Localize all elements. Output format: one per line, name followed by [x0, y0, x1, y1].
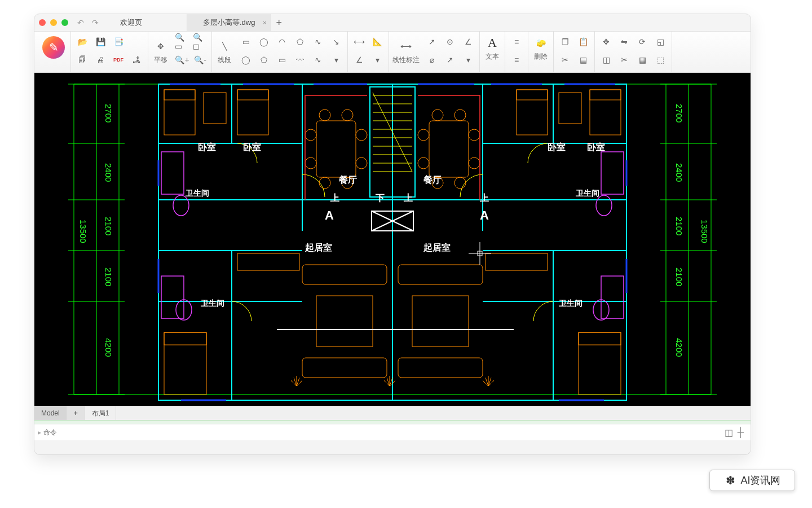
- radius-dim-button[interactable]: ⊙: [442, 34, 458, 50]
- copy-button[interactable]: ❐: [557, 34, 573, 50]
- move-button[interactable]: ✥: [598, 34, 614, 50]
- tab-add[interactable]: +: [271, 14, 294, 31]
- dimension-text: 2100: [674, 217, 684, 235]
- trim-button[interactable]: ✂: [616, 52, 632, 68]
- mirror-button[interactable]: ⇋: [616, 34, 632, 50]
- modify-group: ✥ ⇋ ⟳ ◱ ◫ ✂ ▦ ⬚: [595, 32, 672, 72]
- status-bar: Model + 布局1: [34, 406, 751, 420]
- room-label-living: 起居室: [305, 242, 332, 254]
- pline-button[interactable]: 〰: [292, 52, 308, 68]
- redo-button[interactable]: ↷: [90, 17, 101, 28]
- svg-rect-90: [398, 265, 483, 284]
- polygon2-button[interactable]: ⬠: [256, 52, 272, 68]
- svg-rect-68: [559, 93, 581, 124]
- room-label-dining: 餐厅: [423, 174, 442, 186]
- more-draw-button[interactable]: ▾: [328, 52, 344, 68]
- tab-label: 欢迎页: [120, 17, 142, 28]
- command-input[interactable]: [41, 428, 725, 437]
- arc-button[interactable]: ◠: [274, 34, 290, 50]
- tab-file[interactable]: 多层小高等.dwg×: [187, 14, 271, 31]
- dim-more-button[interactable]: ▾: [460, 52, 476, 68]
- line-label: 线段: [218, 55, 231, 65]
- text-button[interactable]: A: [483, 34, 501, 52]
- pan-button[interactable]: ✥: [152, 37, 170, 55]
- mtext2-button[interactable]: ≡: [509, 52, 524, 68]
- diameter-dim-button[interactable]: ⌀: [424, 52, 440, 68]
- svg-point-79: [432, 110, 443, 121]
- paint-button[interactable]: ▤: [575, 52, 591, 68]
- open-button[interactable]: 📂: [74, 34, 90, 50]
- minimize-window-icon[interactable]: [50, 19, 57, 26]
- room-label-bedroom: 卧室: [548, 142, 566, 154]
- room-label-bathroom: 卫生间: [576, 189, 599, 199]
- dimension-text: 2100: [104, 217, 113, 235]
- polygon-button[interactable]: ⬠: [292, 34, 308, 50]
- unit-label: A: [480, 208, 489, 223]
- cut-button[interactable]: ✂: [557, 52, 573, 68]
- offset-button[interactable]: ◫: [598, 52, 614, 68]
- svg-rect-101: [601, 152, 624, 194]
- rect-button[interactable]: ▭: [238, 34, 254, 50]
- svg-point-86: [469, 157, 480, 169]
- zoom-out-button[interactable]: 🔍-: [192, 52, 208, 68]
- app-logo-icon[interactable]: [42, 36, 65, 59]
- angle-dim-button[interactable]: ∠: [460, 34, 476, 50]
- measure-angle-button[interactable]: 📐: [369, 34, 385, 50]
- measure-dist-button[interactable]: ⟷: [351, 34, 367, 50]
- rect2-button[interactable]: ▭: [274, 52, 290, 68]
- add-layout-tab[interactable]: +: [67, 406, 85, 420]
- circle-button[interactable]: ◯: [256, 34, 272, 50]
- undo-button[interactable]: ↶: [75, 17, 86, 28]
- measure-area-button[interactable]: ∠: [351, 52, 367, 68]
- pdf-button[interactable]: PDF: [111, 52, 126, 68]
- image-export-button[interactable]: 🏞: [129, 52, 144, 68]
- circle2-button[interactable]: ◯: [238, 52, 254, 68]
- tab-welcome[interactable]: 欢迎页: [104, 14, 187, 31]
- dimension-text: 2700: [674, 104, 684, 122]
- titlebar: ↶ ↷ 欢迎页 多层小高等.dwg× +: [34, 14, 751, 32]
- layout1-tab[interactable]: 布局1: [85, 406, 117, 420]
- paste-button[interactable]: 📋: [575, 34, 591, 50]
- spline2-button[interactable]: ∿: [310, 52, 326, 68]
- saveas-button[interactable]: 📑: [111, 34, 126, 50]
- scale-button[interactable]: ◱: [652, 34, 668, 50]
- line-button[interactable]: ╲: [215, 37, 233, 55]
- ortho-toggle-icon[interactable]: ┼: [738, 427, 744, 438]
- spline-button[interactable]: ∿: [310, 34, 326, 50]
- erase-button[interactable]: 🧽: [532, 34, 550, 52]
- zoom-in-button[interactable]: 🔍+: [174, 52, 190, 68]
- dimension-text: 2100: [104, 268, 113, 286]
- unit-label: A: [325, 208, 334, 223]
- aligned-dim-button[interactable]: ↗: [424, 34, 440, 50]
- room-label-bathroom: 卫生间: [186, 189, 209, 199]
- array-button[interactable]: ▦: [634, 52, 650, 68]
- export-button[interactable]: 🗐: [74, 52, 90, 68]
- snap-toggle-icon[interactable]: ◫: [725, 427, 733, 438]
- erase-label: 删除: [534, 52, 548, 62]
- draw-group: ╲ 线段 ▭ ◯ ◠ ⬠ ∿ ↘ ◯: [212, 32, 348, 72]
- close-window-icon[interactable]: [39, 19, 46, 26]
- measure-group: ⟷ 📐 ∠ ▾: [348, 32, 389, 72]
- watermark-badge: ✽ AI资讯网: [709, 470, 795, 491]
- leader-button[interactable]: ↗: [442, 52, 458, 68]
- zoom-window-button[interactable]: 🔍◻: [192, 34, 208, 50]
- group-button[interactable]: ⬚: [652, 52, 668, 68]
- text-group: A 文本: [480, 32, 505, 72]
- maximize-window-icon[interactable]: [61, 19, 68, 26]
- model-tab[interactable]: Model: [34, 406, 67, 420]
- list-group: ≡ ≡: [505, 32, 528, 72]
- room-label-bathroom: 卫生间: [559, 299, 582, 309]
- zoom-extents-button[interactable]: 🔍▭: [174, 34, 190, 50]
- rotate-button[interactable]: ⟳: [634, 34, 650, 50]
- diag-button[interactable]: ↘: [328, 34, 344, 50]
- dimension-text: 2700: [104, 104, 113, 122]
- drawing-canvas[interactable]: 卧室 卧室 卧室 卧室 卫生间 卫生间 餐厅 餐厅 上 下 上 上 A A 起居…: [34, 73, 751, 406]
- save-button[interactable]: 💾: [92, 34, 108, 50]
- close-tab-icon[interactable]: ×: [263, 19, 266, 26]
- print-button[interactable]: 🖨: [92, 52, 108, 68]
- svg-rect-93: [164, 332, 206, 395]
- mtext-button[interactable]: ≡: [509, 34, 524, 50]
- linear-dim-button[interactable]: ⟷: [397, 37, 415, 55]
- dimension-text: 2100: [674, 268, 684, 286]
- measure-more-button[interactable]: ▾: [369, 52, 385, 68]
